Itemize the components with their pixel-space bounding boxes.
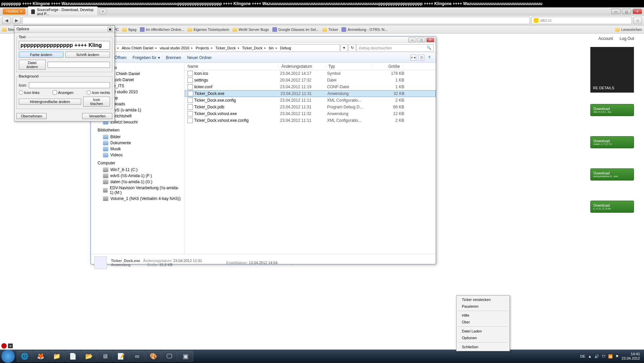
url-input[interactable] [22,17,530,24]
tree-item[interactable]: Musik [91,146,184,152]
menu-item[interactable]: Schließen [457,344,509,350]
taskbar-item[interactable]: 📂 [81,351,97,362]
column-headers[interactable]: Name Änderungsdatum Typ Größe [185,63,436,70]
close-icon[interactable]: ✕ [8,344,13,348]
menu-item[interactable]: Ticker verstecken [457,296,509,303]
menu-item[interactable]: Hilfe [457,312,509,319]
menu-item[interactable]: Pausieren [457,303,509,310]
change-color-button[interactable]: Farbe ändern [19,52,63,58]
tree-item[interactable]: Videos [91,152,184,158]
download-button[interactable]: Downloady_4_0_3_0.zip [590,201,634,213]
record-icon[interactable] [1,343,7,349]
bookmark-item[interactable]: WoW Server Bugs [232,28,269,32]
bookmark-item[interactable]: Ticker [322,28,338,32]
ticker-text-input[interactable] [19,41,110,50]
taskbar-item[interactable]: 🌐 [17,351,32,362]
file-row[interactable]: ticker.conf 23.04.2012 11:19 CONF-Datei … [185,84,436,90]
tree-item[interactable]: Win7_8-11 (C:) [91,167,184,173]
bookmark-item[interactable]: Google Glasses im Sel... [272,27,319,32]
breadcrumb[interactable]: Abou Chleih Daniel visual studio 2010 Pr… [109,44,340,52]
tree-item[interactable]: Dokumente [91,140,184,146]
menu-item[interactable]: Datei Laden [457,328,509,334]
change-file-button[interactable]: Datei ändern [19,60,46,70]
crumb[interactable]: Abou Chleih Daniel [120,46,158,50]
back-button[interactable]: ◀ [2,17,11,24]
account-link[interactable]: Account [598,36,613,41]
search-input[interactable]: dict.cc [531,17,632,24]
language-indicator[interactable]: DE [580,354,585,358]
featured-box[interactable]: RE DETAILS [590,47,634,93]
preview-pane-button[interactable]: ◫ [418,55,424,61]
home-button[interactable]: ⌂ [633,17,642,24]
tray-icon[interactable]: ⚑ [615,354,619,359]
dropdown-button[interactable]: ▾ [340,44,348,52]
refresh-button[interactable]: ↻ [348,44,356,52]
close-icon[interactable]: ▣ [108,27,112,32]
minimize-button[interactable]: — [408,38,416,42]
icon-right-radio[interactable]: Icon rechts [87,90,110,95]
taskbar-item[interactable]: 📄 [65,351,80,362]
bookmark-item[interactable]: Anmeldung - OTRS::N... [341,27,387,32]
crumb[interactable]: Projects [194,46,214,50]
discard-button[interactable]: Verwerfen [82,113,112,119]
taskbar-item[interactable]: 🖵 [162,351,177,362]
close-button[interactable]: ✕ [633,9,642,14]
tray-icon[interactable]: 🔊 [594,354,599,359]
tree-section[interactable]: Computer [91,158,184,167]
maximize-button[interactable]: ◻ [417,38,425,42]
menu-item[interactable]: Über [457,319,509,325]
taskbar-item[interactable]: 🦊 [33,351,48,362]
col-name[interactable]: Name [185,64,279,69]
burn-button[interactable]: Brennen [166,55,181,60]
explorer-titlebar[interactable]: — ◻ ✕ [91,37,436,43]
bookmark-item[interactable]: Eigenes Ticketsystem [187,28,229,32]
tray-icon[interactable]: 📶 [608,354,613,359]
file-row[interactable]: Ticker_Dock.pdb 23.04.2012 11:31 Program… [185,104,436,110]
view-button[interactable]: ≡ ▾ [410,55,416,61]
file-row[interactable]: Ticker_Dock.vshost.exe 23.04.2012 11:32 … [185,110,436,117]
change-bg-button[interactable]: Hintergrundfarbe ändern [19,99,81,105]
col-date[interactable]: Änderungsdatum [279,64,326,69]
new-folder-button[interactable]: Neuer Ordner [187,55,212,60]
taskbar-item[interactable]: 🖥 [97,351,113,362]
share-button[interactable]: Freigeben für ▾ [132,55,160,60]
tree-item[interactable]: EDV-Navision Verarbeitung (\\s-amida-1) … [91,185,184,196]
tree-item[interactable]: edvS (\\S-Amida-1) (F:) [91,173,184,179]
tree-item[interactable]: Volume_1 (NAS (Verbatim 4-bay NAS)) [91,196,184,202]
file-row[interactable]: Ticker_Dock.exe 23.04.2012 11:31 Anwendu… [185,90,436,97]
logout-link[interactable]: Log Out [620,36,634,41]
bookmark-item[interactable]: 9gag [122,28,136,32]
tray-icon[interactable]: 🛡 [602,354,605,358]
download-button[interactable]: Downloadcrash-1.7.27.7z [590,136,634,148]
icon-input[interactable] [29,82,110,88]
firefox-menu-button[interactable]: Firefox [3,8,25,14]
crumb[interactable]: visual studio 2010 [158,46,194,50]
apply-button[interactable]: Übernehmen [16,113,47,119]
crumb[interactable]: Ticker_Dock [214,46,241,50]
col-size[interactable]: Größe [373,64,403,69]
col-type[interactable]: Typ [326,64,373,69]
tree-item[interactable]: daten (\\s-amida-1) (G:) [91,179,184,185]
menu-item[interactable]: Optionen [457,334,509,341]
file-row[interactable]: settings 20.04.2012 17:32 Datei 1 KB [185,77,436,84]
forward-button[interactable]: ▶ [12,17,21,24]
crumb[interactable]: Debug [279,46,294,50]
tree-section[interactable]: Bibliotheken [91,125,184,134]
taskbar-item[interactable]: 🎨 [146,351,161,362]
close-button[interactable]: ✕ [426,38,434,42]
new-tab-button[interactable]: + [99,8,107,14]
browser-tab[interactable]: SourceForge - Download, Develop and P... [28,6,98,17]
minimize-button[interactable]: — [611,9,621,14]
delete-icon-button[interactable]: Icon löschen [83,97,110,107]
icon-left-radio[interactable]: Icon links [19,90,40,95]
clock[interactable]: 14:41 23.04.2012 [622,352,640,361]
start-button[interactable] [1,350,15,363]
tray-icon[interactable]: ▲ [588,354,592,358]
crumb[interactable]: Ticker_Dock [241,46,268,50]
show-checkbox[interactable]: Anzeigen [53,90,73,95]
file-row[interactable]: Ticker_Dock.exe.config 23.04.2012 11:11 … [185,97,436,104]
file-row[interactable]: Icon.ico 23.04.2012 14:17 Symbol 178 KB [185,70,436,77]
bookmarks-menu[interactable]: Lesezeichen [615,28,642,32]
taskbar-item[interactable]: ∞ [129,351,145,362]
change-font-button[interactable]: Schrift ändern [65,52,110,58]
